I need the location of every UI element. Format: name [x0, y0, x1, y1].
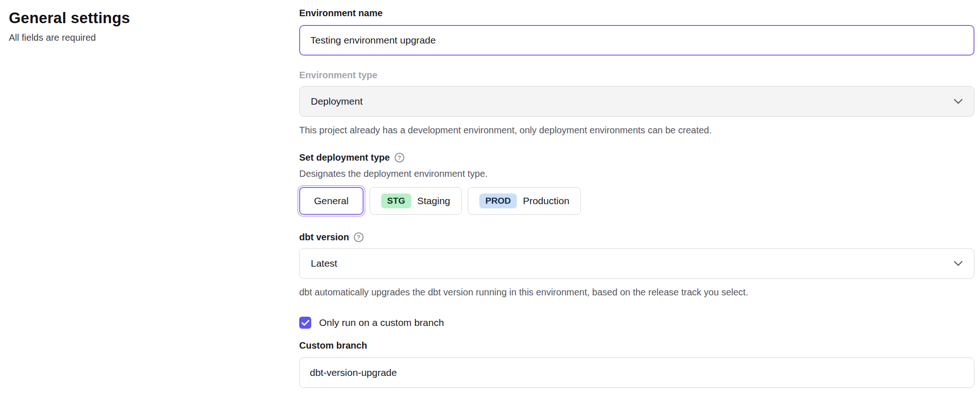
- option-label: Production: [523, 195, 569, 206]
- help-icon[interactable]: ?: [354, 232, 364, 242]
- dbt-version-helper: dbt automatically upgrades the dbt versi…: [299, 286, 974, 298]
- deployment-type-options: General STG Staging PROD Production: [299, 187, 974, 215]
- custom-branch-toggle[interactable]: Only run on a custom branch: [299, 317, 974, 329]
- deployment-type-description: Designates the deployment environment ty…: [299, 168, 974, 180]
- page-subtitle: All fields are required: [9, 32, 268, 43]
- custom-branch-input[interactable]: [299, 357, 974, 388]
- environment-settings-form: Environment name Environment type Deploy…: [299, 7, 974, 388]
- help-icon[interactable]: ?: [395, 153, 404, 162]
- dbt-version-select[interactable]: Latest: [299, 248, 974, 279]
- page-title: General settings: [9, 9, 268, 27]
- chevron-down-icon: [954, 261, 963, 266]
- option-label: General: [314, 195, 349, 206]
- custom-branch-label: Custom branch: [299, 340, 974, 351]
- option-label: Staging: [417, 195, 450, 206]
- prod-badge: PROD: [479, 194, 517, 208]
- environment-type-value: Deployment: [311, 96, 363, 107]
- dbt-version-label: dbt version: [299, 231, 349, 243]
- environment-name-label: Environment name: [299, 7, 974, 19]
- checkbox-checked-icon[interactable]: [299, 317, 311, 329]
- deployment-type-option-production[interactable]: PROD Production: [468, 187, 581, 215]
- deployment-type-option-staging[interactable]: STG Staging: [370, 187, 462, 215]
- environment-name-input[interactable]: [299, 25, 974, 56]
- settings-header: General settings All fields are required: [9, 9, 268, 43]
- environment-type-select[interactable]: Deployment: [299, 86, 974, 117]
- deployment-type-label: Set deployment type: [299, 152, 390, 163]
- environment-type-label: Environment type: [299, 69, 974, 81]
- deployment-type-option-general[interactable]: General: [299, 187, 364, 215]
- custom-branch-toggle-label: Only run on a custom branch: [319, 317, 444, 328]
- chevron-down-icon: [954, 99, 963, 104]
- environment-type-helper: This project already has a development e…: [299, 124, 974, 136]
- dbt-version-value: Latest: [311, 258, 337, 269]
- stg-badge: STG: [381, 194, 411, 208]
